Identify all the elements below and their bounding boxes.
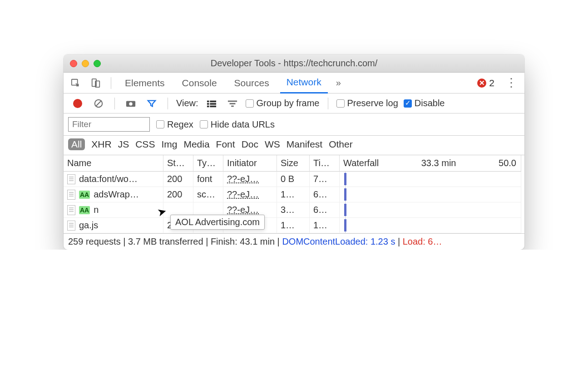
window-title: Developer Tools - https://techcrunch.com… bbox=[64, 58, 524, 69]
table-row-type[interactable]: font bbox=[193, 172, 223, 187]
hide-data-urls-toggle[interactable]: Hide data URLs bbox=[200, 119, 275, 130]
request-name: ga.js bbox=[79, 220, 98, 231]
col-waterfall[interactable]: Waterfall 33.3 min 50.0 bbox=[340, 155, 521, 172]
type-filter-img[interactable]: Img bbox=[161, 139, 177, 150]
status-load: Load: 6… bbox=[403, 236, 442, 246]
col-size[interactable]: Size bbox=[277, 155, 310, 172]
hide-data-urls-label: Hide data URLs bbox=[211, 119, 275, 130]
type-filter-media[interactable]: Media bbox=[183, 139, 209, 150]
type-filter-css[interactable]: CSS bbox=[135, 139, 155, 150]
view-large-rows-icon[interactable] bbox=[204, 97, 219, 110]
tooltip: AOL Advertising.com bbox=[170, 215, 265, 230]
divider bbox=[328, 98, 328, 109]
tab-console[interactable]: Console bbox=[176, 73, 223, 93]
type-filter-ws[interactable]: WS bbox=[265, 139, 280, 150]
type-filter-manifest[interactable]: Manifest bbox=[287, 139, 322, 150]
waterfall-end: 50.0 bbox=[499, 158, 516, 168]
view-overview-icon[interactable] bbox=[225, 97, 240, 110]
svg-rect-10 bbox=[210, 103, 216, 105]
table-row-size[interactable]: 0 B bbox=[277, 172, 310, 187]
type-filter-doc[interactable]: Doc bbox=[242, 139, 258, 150]
table-row-name[interactable]: data:font/wo… bbox=[64, 172, 163, 187]
file-icon bbox=[67, 221, 75, 231]
waterfall-bar bbox=[344, 173, 346, 185]
titlebar: Developer Tools - https://techcrunch.com… bbox=[64, 54, 524, 73]
table-row-initiator[interactable]: ??-eJ… bbox=[223, 187, 277, 202]
table-row-time[interactable]: 6… bbox=[310, 187, 340, 202]
capture-screenshots-icon[interactable] bbox=[123, 97, 138, 110]
inspect-element-icon[interactable] bbox=[68, 76, 84, 90]
table-row-waterfall[interactable] bbox=[340, 172, 521, 187]
highlight-badge: AA bbox=[79, 206, 90, 214]
svg-rect-12 bbox=[210, 105, 216, 107]
table-row-name[interactable]: ga.js bbox=[64, 218, 163, 233]
table-row-name[interactable]: AAadsWrap… bbox=[64, 187, 163, 202]
svg-rect-15 bbox=[231, 105, 234, 107]
disable-cache-toggle[interactable]: Disable bbox=[404, 98, 445, 108]
type-filter-js[interactable]: JS bbox=[118, 139, 129, 150]
divider bbox=[168, 98, 168, 109]
disable-cache-label: Disable bbox=[415, 98, 445, 108]
group-by-frame-label: Group by frame bbox=[257, 98, 320, 108]
file-icon bbox=[67, 190, 75, 200]
error-count[interactable]: ✕ 2 bbox=[477, 78, 494, 89]
minimize-window-button[interactable] bbox=[82, 60, 89, 67]
table-row-size[interactable]: 3… bbox=[277, 202, 310, 218]
view-label: View: bbox=[176, 98, 198, 108]
tab-network[interactable]: Network bbox=[280, 73, 328, 93]
table-row-waterfall[interactable] bbox=[340, 202, 521, 218]
table-row-time[interactable]: 1… bbox=[310, 218, 340, 233]
close-window-button[interactable] bbox=[70, 60, 77, 67]
group-by-frame-toggle[interactable]: Group by frame bbox=[246, 98, 320, 108]
col-status[interactable]: St… bbox=[163, 155, 193, 172]
svg-rect-8 bbox=[210, 100, 216, 102]
svg-rect-7 bbox=[207, 100, 209, 102]
divider bbox=[111, 77, 111, 89]
filter-toggle-icon[interactable] bbox=[144, 97, 159, 110]
type-filter-font[interactable]: Font bbox=[216, 139, 235, 150]
col-time[interactable]: Ti… bbox=[310, 155, 340, 172]
table-row-size[interactable]: 1… bbox=[277, 218, 310, 233]
svg-rect-11 bbox=[207, 105, 209, 107]
divider bbox=[114, 98, 115, 109]
zoom-window-button[interactable] bbox=[94, 60, 101, 67]
table-row-time[interactable]: 6… bbox=[310, 202, 340, 218]
table-row-status[interactable]: 200 bbox=[163, 187, 193, 202]
checkbox-checked-icon bbox=[404, 99, 412, 108]
checkbox-icon bbox=[200, 120, 208, 128]
type-filter-all[interactable]: All bbox=[68, 138, 85, 150]
tab-sources[interactable]: Sources bbox=[228, 73, 276, 93]
table-row-waterfall[interactable] bbox=[340, 187, 521, 202]
col-name[interactable]: Name bbox=[64, 155, 163, 172]
status-requests: 259 requests bbox=[68, 236, 121, 246]
record-button[interactable] bbox=[70, 97, 85, 110]
type-filter-xhr[interactable]: XHR bbox=[91, 139, 111, 150]
type-filter-other[interactable]: Other bbox=[329, 139, 353, 150]
checkbox-icon bbox=[336, 99, 345, 108]
clear-button[interactable] bbox=[91, 97, 106, 110]
table-row-waterfall[interactable] bbox=[340, 218, 521, 233]
tab-elements[interactable]: Elements bbox=[119, 73, 171, 93]
svg-rect-13 bbox=[227, 100, 237, 102]
table-row-size[interactable]: 1… bbox=[277, 187, 310, 202]
request-name: adsWrap… bbox=[94, 189, 139, 200]
table-row-time[interactable]: 7… bbox=[310, 172, 340, 187]
col-initiator[interactable]: Initiator bbox=[223, 155, 277, 172]
table-row-type[interactable]: sc… bbox=[193, 187, 223, 202]
devtools-window: Developer Tools - https://techcrunch.com… bbox=[64, 54, 524, 250]
preserve-log-label: Preserve log bbox=[347, 98, 398, 108]
settings-menu-icon[interactable]: ⋮ bbox=[499, 76, 520, 90]
toggle-device-icon[interactable] bbox=[88, 76, 104, 90]
filter-input[interactable] bbox=[68, 117, 150, 132]
table-row-status[interactable]: 200 bbox=[163, 172, 193, 187]
status-domcontentloaded: DOMContentLoaded: 1.23 s bbox=[282, 236, 395, 246]
network-toolbar: View: Group by frame Preserve log Disabl… bbox=[64, 93, 524, 113]
preserve-log-toggle[interactable]: Preserve log bbox=[336, 98, 398, 108]
status-transferred: 3.7 MB transferred bbox=[128, 236, 203, 246]
more-tabs-chevron-icon[interactable]: » bbox=[332, 78, 345, 88]
col-type[interactable]: Ty… bbox=[193, 155, 223, 172]
regex-toggle[interactable]: Regex bbox=[156, 119, 193, 130]
table-row-name[interactable]: AAn bbox=[64, 202, 163, 218]
status-bar: 259 requests | 3.7 MB transferred | Fini… bbox=[64, 233, 524, 250]
table-row-initiator[interactable]: ??-eJ… bbox=[223, 172, 277, 187]
